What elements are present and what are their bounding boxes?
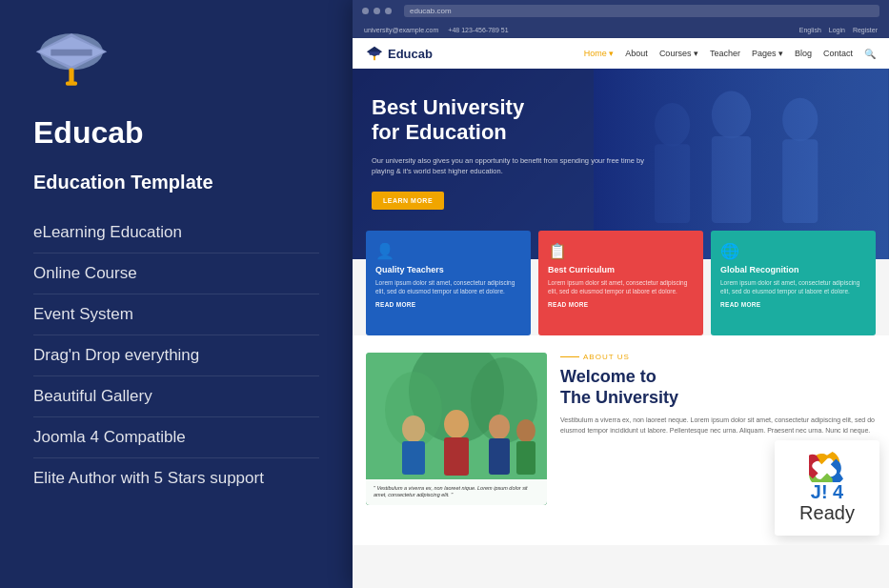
about-label: ABOUT US <box>560 353 876 361</box>
svg-rect-24 <box>444 437 469 476</box>
feature-list-item: eLearning Education <box>33 213 319 253</box>
graduation-cap-icon <box>33 29 110 91</box>
card-link-2[interactable]: READ MORE <box>720 301 866 308</box>
card-text-1: Lorem ipsum dolor sit amet, consectetur … <box>548 278 694 295</box>
topbar-register[interactable]: Register <box>853 27 878 33</box>
feature-card-2: 🌐 Global Recognition Lorem ipsum dolor s… <box>711 231 876 335</box>
feature-list-item: Elite Author with 5 Stars support <box>33 458 319 498</box>
joomla-icon <box>809 452 845 482</box>
hero-cta-button[interactable]: LEARN MORE <box>372 192 444 210</box>
svg-rect-22 <box>402 441 425 475</box>
topbar-right: English Login Register <box>799 27 878 33</box>
navbar-brand-text: Educab <box>388 47 433 61</box>
svg-rect-7 <box>370 51 380 55</box>
nav-teacher[interactable]: Teacher <box>710 49 740 58</box>
feature-list-item: Joomla 4 Compatible <box>33 417 319 458</box>
feature-list-item: Online Course <box>33 253 319 294</box>
feature-card-1: 📋 Best Curriculum Lorem ipsum dolor sit … <box>538 231 703 335</box>
bottom-section: " Vestibulum a viverra ex, non laoreet n… <box>353 335 889 545</box>
nav-courses[interactable]: Courses ▾ <box>659 49 698 58</box>
svg-rect-5 <box>51 50 91 56</box>
svg-point-23 <box>444 410 469 438</box>
card-link-1[interactable]: READ MORE <box>548 301 694 308</box>
topbar-lang[interactable]: English <box>799 27 821 33</box>
about-text: Vestibulum a viverra ex, non laoreet neq… <box>560 416 876 436</box>
logo-area <box>33 29 319 91</box>
nav-about[interactable]: About <box>625 49 648 58</box>
feature-list-item: Beautiful Gallery <box>33 376 319 417</box>
feature-cards: 👤 Quality Teachers Lorem ipsum dolor sit… <box>353 231 889 335</box>
svg-point-21 <box>402 416 425 442</box>
feature-list-item: Event System <box>33 294 319 335</box>
navbar-links: Home ▾ About Courses ▾ Teacher Pages ▾ B… <box>584 49 876 59</box>
card-icon-0: 👤 <box>375 242 521 260</box>
nav-blog[interactable]: Blog <box>795 49 812 58</box>
svg-point-25 <box>489 415 510 439</box>
hero-content: Best Universityfor Education Our univers… <box>372 95 646 210</box>
browser-chrome: educab.com <box>353 0 889 21</box>
feature-card-0: 👤 Quality Teachers Lorem ipsum dolor sit… <box>366 231 531 335</box>
feature-list: eLearning EducationOnline CourseEvent Sy… <box>33 213 319 559</box>
svg-marker-6 <box>367 47 382 57</box>
nav-contact[interactable]: Contact <box>823 49 853 58</box>
card-link-0[interactable]: READ MORE <box>375 301 521 308</box>
main-feature-label: Education Template <box>33 172 319 193</box>
svg-point-27 <box>516 419 535 442</box>
joomla-ready: Ready <box>799 501 855 524</box>
feature-list-item: Drag'n Drop everything <box>33 335 319 376</box>
navbar-search-icon[interactable]: 🔍 <box>864 49 876 59</box>
card-icon-2: 🌐 <box>720 242 866 260</box>
browser-dot-1 <box>362 8 369 14</box>
nav-home[interactable]: Home ▾ <box>584 49 615 58</box>
left-panel: Educab Education Template eLearning Educ… <box>0 0 353 588</box>
topbar-phone: +48 123-456-789 51 <box>448 27 508 33</box>
about-title: Welcome toThe University <box>560 367 876 408</box>
topbar-login[interactable]: Login <box>829 27 845 33</box>
navbar-logo-icon <box>366 45 383 62</box>
topbar-email: university@example.com <box>364 27 438 33</box>
about-quote-text: " Vestibulum a viverra ex, non laoreet n… <box>374 485 528 498</box>
navbar-brand[interactable]: Educab <box>366 45 433 62</box>
svg-rect-28 <box>516 441 535 475</box>
card-title-2: Global Recognition <box>720 265 866 274</box>
joomla-badge: J! 4 Ready <box>775 440 879 536</box>
browser-dot-2 <box>374 8 380 14</box>
joomla-version: J! 4 <box>811 482 843 501</box>
topbar-left: university@example.com +48 123-456-789 5… <box>364 27 509 33</box>
nav-pages[interactable]: Pages ▾ <box>752 49 783 58</box>
browser-url-bar[interactable]: educab.com <box>404 5 879 17</box>
svg-rect-4 <box>66 81 77 85</box>
app-title: Educab <box>33 115 319 151</box>
svg-rect-26 <box>489 438 510 475</box>
site-navbar: Educab Home ▾ About Courses ▾ Teacher Pa… <box>353 38 889 69</box>
hero-subtitle: Our university also gives you an opportu… <box>372 155 646 177</box>
svg-rect-8 <box>374 56 375 61</box>
site-topbar: university@example.com +48 123-456-789 5… <box>353 21 889 38</box>
card-icon-1: 📋 <box>548 242 694 260</box>
about-quote: " Vestibulum a viverra ex, non laoreet n… <box>366 479 547 505</box>
svg-rect-3 <box>69 69 73 84</box>
about-image-people: " Vestibulum a viverra ex, non laoreet n… <box>366 353 547 505</box>
hero-title: Best Universityfor Education <box>372 95 646 146</box>
card-title-0: Quality Teachers <box>375 265 521 274</box>
browser-dot-3 <box>385 8 392 14</box>
right-panel: educab.com university@example.com +48 12… <box>353 0 889 588</box>
card-text-2: Lorem ipsum dolor sit amet, consectetur … <box>720 278 866 295</box>
url-text: educab.com <box>410 7 452 15</box>
about-image: " Vestibulum a viverra ex, non laoreet n… <box>366 353 547 505</box>
card-title-1: Best Curriculum <box>548 265 694 274</box>
card-text-0: Lorem ipsum dolor sit amet, consectetur … <box>375 278 521 295</box>
